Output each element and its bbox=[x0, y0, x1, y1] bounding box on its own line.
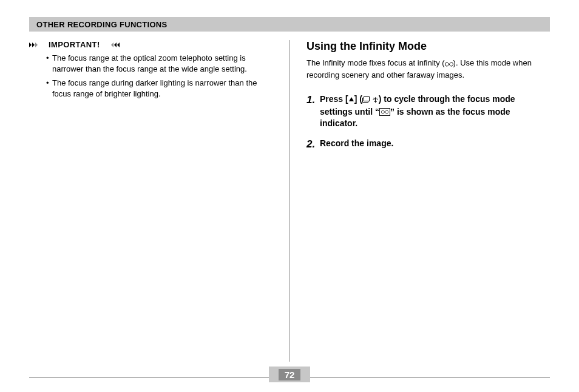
macro-flower-icon bbox=[372, 95, 379, 106]
page-footer: 72 bbox=[29, 367, 550, 382]
focus-mode-icon bbox=[362, 95, 370, 106]
page-number-badge: 72 bbox=[269, 367, 310, 382]
bullet-item: The focus range during darker lighting i… bbox=[46, 78, 273, 99]
right-column: Using the Infinity Mode The Infinity mod… bbox=[290, 40, 550, 362]
step-number: 2. bbox=[306, 138, 320, 152]
step-text-fragment: Press [ bbox=[320, 94, 348, 104]
section-title: Using the Infinity Mode bbox=[306, 40, 550, 53]
left-column: IMPORTANT! The focus range at the optica… bbox=[29, 40, 290, 362]
infinity-indicator-box-icon bbox=[379, 108, 390, 116]
manual-page: OTHER RECORDING FUNCTIONS IMPORTANT! bbox=[0, 0, 579, 392]
content-columns: IMPORTANT! The focus range at the optica… bbox=[29, 40, 550, 362]
important-bullet-list: The focus range at the optical zoom tele… bbox=[29, 53, 273, 99]
important-heading: IMPORTANT! bbox=[29, 40, 273, 49]
column-divider bbox=[290, 40, 290, 362]
section-header-bar: OTHER RECORDING FUNCTIONS bbox=[29, 17, 550, 32]
step-text: Record the image. bbox=[320, 138, 393, 152]
up-triangle-icon bbox=[348, 94, 354, 106]
section-intro: The Infinity mode fixes focus at infinit… bbox=[306, 58, 550, 80]
infinity-icon bbox=[445, 59, 453, 70]
chevrons-right-icon bbox=[29, 41, 45, 49]
chevrons-left-icon bbox=[104, 41, 120, 49]
important-label: IMPORTANT! bbox=[45, 40, 104, 49]
bullet-item: The focus range at the optical zoom tele… bbox=[46, 53, 273, 74]
section-header-text: OTHER RECORDING FUNCTIONS bbox=[36, 20, 168, 29]
page-number: 72 bbox=[279, 369, 301, 380]
step-list: 1. Press [] ( ) to cycle through the foc… bbox=[306, 93, 550, 152]
step-item: 1. Press [] ( ) to cycle through the foc… bbox=[306, 93, 550, 129]
intro-text-a: The Infinity mode fixes focus at infinit… bbox=[306, 58, 445, 67]
step-item: 2. Record the image. bbox=[306, 138, 550, 152]
step-text-fragment: ] ( bbox=[354, 94, 362, 104]
svg-point-2 bbox=[374, 98, 376, 100]
step-number: 1. bbox=[306, 93, 320, 129]
step-text: Press [] ( ) to cycle through the focus … bbox=[320, 93, 550, 129]
svg-rect-1 bbox=[364, 97, 369, 101]
